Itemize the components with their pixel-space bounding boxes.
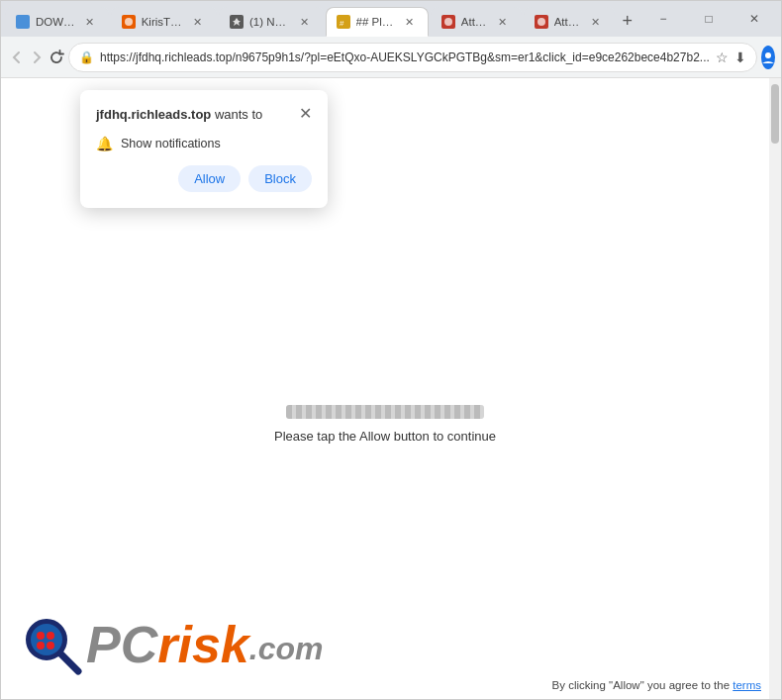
- pcrisk-icon: [21, 614, 82, 675]
- window-controls: − □ ✕: [640, 5, 777, 33]
- popup-notification-label: Show notifications: [121, 137, 221, 150]
- pcrisk-logo: PCrisk.com: [21, 614, 323, 675]
- svg-point-8: [37, 632, 45, 640]
- forward-button[interactable]: [29, 42, 45, 73]
- popup-close-button[interactable]: ✕: [299, 106, 312, 122]
- svg-point-5: [765, 52, 771, 58]
- pcrisk-pc: PCrisk.com: [86, 616, 323, 673]
- svg-line-12: [61, 654, 78, 671]
- page-content: jfdhq.richleads.top wants to ✕ 🔔 Show no…: [1, 78, 781, 699]
- bookmark-icon[interactable]: ☆: [716, 50, 729, 65]
- tab-attention2[interactable]: Attention ✕: [524, 7, 615, 37]
- popup-title-suffix: wants to: [211, 107, 262, 122]
- popup-buttons: Allow Block: [96, 165, 312, 192]
- tap-message: Please tap the Allow button to continue: [274, 429, 496, 444]
- tab-close-download[interactable]: ✕: [82, 14, 98, 30]
- browser-window: DOWNLO... ✕ KirisTV De... ✕ (1) New M...…: [0, 0, 782, 700]
- refresh-button[interactable]: [49, 42, 64, 73]
- scrollbar[interactable]: [769, 78, 781, 699]
- popup-notification-row: 🔔 Show notifications: [96, 136, 312, 151]
- tab-label-sharp: ## Please...: [356, 16, 396, 28]
- tab-attention1[interactable]: Attention ✕: [431, 7, 522, 37]
- tab-label-attention2: Attention: [554, 16, 582, 28]
- minimize-button[interactable]: −: [640, 5, 686, 33]
- lock-icon: 🔒: [79, 50, 94, 64]
- maximize-button[interactable]: □: [686, 5, 732, 33]
- back-button[interactable]: [9, 42, 25, 73]
- svg-point-0: [125, 18, 133, 26]
- allow-button[interactable]: Allow: [178, 165, 241, 192]
- tab-close-kiris[interactable]: ✕: [190, 14, 206, 30]
- svg-point-3: [444, 18, 452, 26]
- svg-point-9: [47, 632, 54, 640]
- profile-button[interactable]: [761, 46, 775, 69]
- tab-label-download: DOWNLO...: [36, 16, 76, 28]
- pcrisk-text: PCrisk.com: [86, 619, 323, 670]
- tab-close-newm[interactable]: ✕: [297, 14, 313, 30]
- svg-point-7: [31, 624, 62, 655]
- tab-download[interactable]: DOWNLO... ✕: [5, 7, 109, 37]
- popup-header: jfdhq.richleads.top wants to ✕: [96, 106, 312, 124]
- address-text: https://jfdhq.richleads.top/n9675p9h1s/?…: [100, 50, 710, 64]
- tab-label-attention1: Attention: [461, 16, 489, 28]
- block-button[interactable]: Block: [248, 165, 312, 192]
- tab-favicon-sharp: #: [337, 15, 350, 29]
- notification-popup: jfdhq.richleads.top wants to ✕ 🔔 Show no…: [80, 90, 328, 208]
- tab-favicon-attention1: [441, 15, 455, 29]
- tab-kiris[interactable]: KirisTV De... ✕: [111, 7, 217, 37]
- tab-label-newm: (1) New M...: [249, 16, 291, 28]
- tab-favicon-attention2: [535, 15, 548, 29]
- svg-point-11: [47, 642, 54, 650]
- tab-bar: DOWNLO... ✕ KirisTV De... ✕ (1) New M...…: [1, 1, 781, 37]
- new-tab-button[interactable]: +: [617, 7, 638, 35]
- bottom-terms: By clicking "Allow" you agree to the ter…: [552, 679, 761, 691]
- tab-close-attention2[interactable]: ✕: [588, 14, 604, 30]
- terms-link[interactable]: terms: [733, 679, 761, 691]
- tab-label-kiris: KirisTV De...: [142, 16, 184, 28]
- svg-point-4: [538, 18, 545, 26]
- tab-newm[interactable]: (1) New M... ✕: [219, 7, 324, 37]
- tab-favicon-kiris: [122, 15, 136, 29]
- toolbar: 🔒 https://jfdhq.richleads.top/n9675p9h1s…: [1, 37, 781, 78]
- close-button[interactable]: ✕: [732, 5, 777, 33]
- svg-marker-1: [233, 18, 241, 26]
- svg-point-10: [37, 642, 45, 650]
- tab-sharp[interactable]: # ## Please... ✕: [326, 7, 429, 37]
- tab-close-attention1[interactable]: ✕: [495, 14, 511, 30]
- tab-favicon-download: [16, 15, 30, 29]
- address-bar[interactable]: 🔒 https://jfdhq.richleads.top/n9675p9h1s…: [68, 43, 757, 72]
- svg-text:#: #: [340, 19, 344, 27]
- bell-icon: 🔔: [96, 136, 113, 151]
- popup-title: jfdhq.richleads.top wants to: [96, 106, 262, 124]
- progress-bar-fill: [286, 405, 484, 419]
- download-icon[interactable]: ⬇: [734, 50, 746, 65]
- progress-bar: [286, 405, 484, 419]
- scroll-thumb[interactable]: [771, 84, 779, 144]
- terms-text: By clicking "Allow" you agree to the: [552, 679, 733, 691]
- tab-close-sharp[interactable]: ✕: [402, 14, 418, 30]
- popup-site-name: jfdhq.richleads.top: [96, 107, 211, 122]
- tab-favicon-newm: [230, 15, 244, 29]
